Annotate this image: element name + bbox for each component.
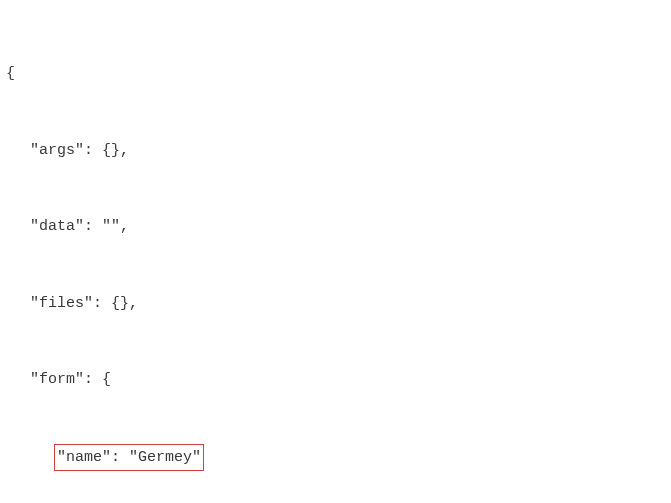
- json-key-args: "args": {},: [6, 138, 665, 164]
- json-response-block: { "args": {}, "data": "", "files": {}, "…: [6, 10, 665, 503]
- json-key-form-open: "form": {: [6, 367, 665, 393]
- highlight-box-form-name: "name": "Germey": [54, 444, 204, 472]
- json-key-form-name-line: "name": "Germey": [6, 444, 665, 472]
- brace-open: {: [6, 61, 665, 87]
- json-key-files: "files": {},: [6, 291, 665, 317]
- json-key-data: "data": "",: [6, 214, 665, 240]
